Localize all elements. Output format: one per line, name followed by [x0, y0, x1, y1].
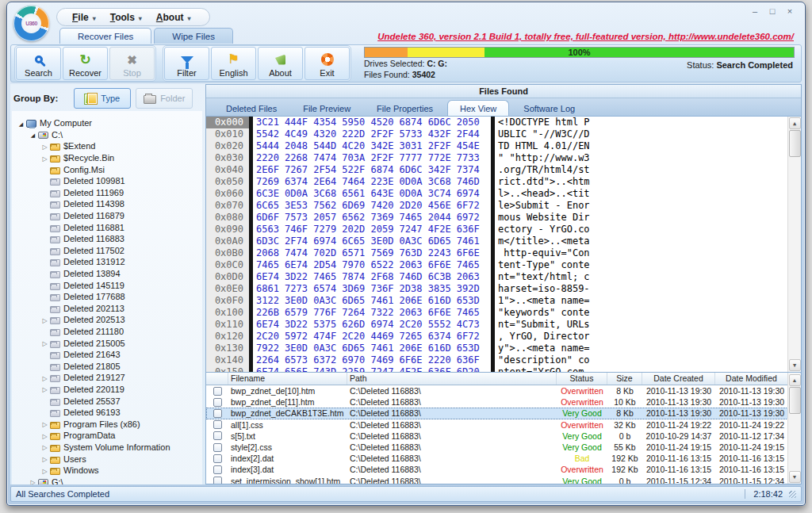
- tree-item-my-computer[interactable]: My Computer: [12, 117, 202, 129]
- tree-item-programdata[interactable]: ProgramData: [12, 430, 202, 442]
- table-row[interactable]: bwp_zdnet_de[10].htmC:\Deleted 116883\Ov…: [206, 385, 788, 396]
- checkbox[interactable]: [213, 420, 222, 429]
- tree-item-config-msi[interactable]: Config.Msi: [12, 163, 202, 175]
- hex-row[interactable]: 0x1106E74 3D22 5375 626D 6974 2C20 5552 …: [206, 319, 801, 331]
- checkbox[interactable]: [213, 443, 222, 452]
- group-by-folder-button[interactable]: Folder: [136, 88, 193, 109]
- minimize-button[interactable]: –: [748, 6, 762, 17]
- tree-item-program-files-x86[interactable]: Program Files (x86): [12, 418, 202, 430]
- hex-row[interactable]: 0x0302220 2268 7474 703A 2F2F 7777 772E …: [206, 152, 801, 164]
- checkbox[interactable]: [213, 398, 222, 407]
- expander-collapsed-icon[interactable]: [40, 385, 49, 393]
- expander-collapsed-icon[interactable]: [40, 419, 49, 428]
- tree-item-deleted-117502[interactable]: Deleted 117502: [12, 245, 202, 257]
- hex-row[interactable]: 0x0906563 746F 7279 202D 2059 7247 4F2E …: [206, 224, 801, 235]
- tree-item-deleted-131912[interactable]: Deleted 131912: [12, 256, 202, 268]
- tab-deleted-files[interactable]: Deleted Files: [214, 101, 289, 116]
- app-tab-wipe-files[interactable]: Wipe Files: [154, 28, 233, 44]
- tree-item-deleted-116883[interactable]: Deleted 116883: [12, 233, 202, 245]
- tab-software-log[interactable]: Software Log: [511, 101, 587, 116]
- tab-file-preview[interactable]: File Preview: [291, 101, 362, 116]
- hex-row[interactable]: 0x0E06861 7273 6574 3D69 736F 2D38 3835 …: [206, 283, 801, 295]
- expander-collapsed-icon[interactable]: [40, 466, 49, 475]
- hex-row[interactable]: 0x0402E6F 7267 2F54 522F 6874 6D6C 342F …: [206, 164, 801, 176]
- scroll-down-icon[interactable]: ▼: [789, 359, 801, 371]
- table-row[interactable]: index[3].datC:\Deleted 116883\Overwritte…: [206, 464, 788, 475]
- tree-item-c[interactable]: C:\: [12, 129, 202, 141]
- expander-collapsed-icon[interactable]: [40, 316, 49, 324]
- column-header-path[interactable]: Path: [347, 373, 557, 385]
- scroll-up-icon[interactable]: ▲: [789, 117, 801, 129]
- hex-row[interactable]: 0x0105542 4C49 4320 222D 2F2F 5733 432F …: [206, 128, 801, 140]
- hex-row[interactable]: 0x100226B 6579 776F 7264 7322 2063 6F6E …: [206, 307, 801, 319]
- tree-item-deleted-202513[interactable]: Deleted 202513: [12, 314, 202, 326]
- exit-button[interactable]: Exit: [304, 47, 350, 80]
- search-button[interactable]: Search: [16, 47, 61, 80]
- hex-row[interactable]: 0x1307922 3E0D 0A3C 6D65 7461 206E 616D …: [206, 343, 801, 354]
- table-row[interactable]: index[2].datC:\Deleted 116883\Bad192 Kb2…: [206, 453, 788, 464]
- table-row[interactable]: bwp_zdnet_de[11].htmC:\Deleted 116883\Ov…: [206, 396, 788, 408]
- hex-row[interactable]: 0x1402264 6573 6372 6970 7469 6F6E 2220 …: [206, 354, 801, 366]
- tree-item-deleted-220119[interactable]: Deleted 220119: [12, 384, 202, 396]
- scrollbar-thumb[interactable]: [789, 387, 801, 414]
- tree-item-deleted-219127[interactable]: Deleted 219127: [12, 372, 202, 384]
- checkbox[interactable]: [213, 387, 222, 396]
- menu-about[interactable]: About: [149, 10, 198, 25]
- expander-collapsed-icon[interactable]: [29, 477, 37, 484]
- table-row[interactable]: style[2].cssC:\Deleted 116883\Very Good5…: [206, 442, 788, 453]
- tree-item-deleted-25537[interactable]: Deleted 25537: [12, 395, 202, 407]
- scroll-up-icon[interactable]: ▲: [789, 374, 801, 386]
- hex-row[interactable]: 0x0706C65 3E53 7562 6D69 7420 2D20 456E …: [206, 200, 801, 212]
- column-header-date-created[interactable]: Date Created: [642, 373, 715, 385]
- scrollbar-thumb[interactable]: [789, 130, 801, 157]
- tree-item-extend[interactable]: $Extend: [12, 140, 202, 152]
- tree-item-deleted-13894[interactable]: Deleted 13894: [12, 268, 202, 280]
- tree-item-users[interactable]: Users: [12, 453, 202, 465]
- expander-expanded-icon[interactable]: [29, 130, 37, 139]
- hex-row[interactable]: 0x0A06D3C 2F74 6974 6C65 3E0D 0A3C 6D65 …: [206, 235, 801, 247]
- column-header-date-modified[interactable]: Date Modified: [715, 373, 788, 385]
- checkbox[interactable]: [213, 477, 222, 484]
- tab-hex-view[interactable]: Hex View: [447, 100, 509, 116]
- tree-item-deleted-215005[interactable]: Deleted 215005: [12, 337, 202, 349]
- promo-link[interactable]: Undelete 360, version 2.1 Build 1, total…: [377, 32, 794, 41]
- maximize-button[interactable]: □: [765, 6, 779, 17]
- tree-item-deleted-116879[interactable]: Deleted 116879: [12, 210, 202, 222]
- table-row[interactable]: bwp_zdnet_deCAKB1T3E.htmC:\Deleted 11688…: [206, 408, 788, 419]
- about-button[interactable]: About: [258, 47, 303, 80]
- group-by-type-button[interactable]: Type: [74, 88, 131, 109]
- column-header-status[interactable]: Status: [557, 373, 607, 385]
- tree-item-deleted-96193[interactable]: Deleted 96193: [12, 407, 202, 419]
- resize-grip-icon[interactable]: [789, 491, 796, 498]
- filter-button[interactable]: Filter: [164, 47, 209, 80]
- hex-row[interactable]: 0x0003C21 444F 4354 5950 4520 6874 6D6C …: [206, 117, 801, 128]
- checkbox[interactable]: [213, 409, 222, 418]
- column-header-filename[interactable]: Filename: [228, 373, 347, 385]
- tree-item-windows[interactable]: Windows: [12, 465, 202, 477]
- tree-item-deleted-21805[interactable]: Deleted 21805: [12, 360, 202, 372]
- table-scrollbar[interactable]: ▲ ▼: [787, 373, 801, 484]
- stop-button[interactable]: ✖ Stop: [109, 47, 155, 80]
- hex-row[interactable]: 0x0507269 6374 2E64 7464 223E 0D0A 3C68 …: [206, 176, 801, 188]
- tree-item-deleted-114398[interactable]: Deleted 114398: [12, 198, 202, 210]
- tree-item-deleted-202113[interactable]: Deleted 202113: [12, 303, 202, 315]
- menu-file[interactable]: File: [65, 10, 103, 25]
- close-button[interactable]: ×: [783, 6, 797, 17]
- language-button[interactable]: ⚑ English: [211, 47, 256, 80]
- hex-row[interactable]: 0x0B02068 7474 702D 6571 7569 763D 2243 …: [206, 247, 801, 259]
- hex-row[interactable]: 0x0F03122 3E0D 0A3C 6D65 7461 206E 616D …: [206, 295, 801, 307]
- hex-row[interactable]: 0x1202C20 5972 474F 2C20 4469 7265 6374 …: [206, 331, 801, 343]
- expander-collapsed-icon[interactable]: [40, 442, 49, 451]
- tab-file-properties[interactable]: File Properties: [365, 101, 445, 116]
- table-row[interactable]: s[5].txtC:\Deleted 116883\Very Good0 b20…: [206, 431, 788, 442]
- tree-item-recycle-bin[interactable]: $Recycle.Bin: [12, 152, 202, 164]
- tree-item-deleted-211180[interactable]: Deleted 211180: [12, 326, 202, 338]
- tree-item-system-volume-information[interactable]: System Volume Information: [12, 442, 202, 454]
- hex-row[interactable]: 0x0C07465 6E74 2D54 7970 6522 2063 6F6E …: [206, 259, 801, 271]
- expander-collapsed-icon[interactable]: [40, 454, 49, 463]
- checkbox[interactable]: [213, 465, 222, 474]
- hex-row[interactable]: 0x0D06E74 3D22 7465 7874 2F68 746D 6C3B …: [206, 271, 801, 283]
- expander-collapsed-icon[interactable]: [40, 154, 49, 163]
- tree-item-deleted-177688[interactable]: Deleted 177688: [12, 291, 202, 303]
- expander-collapsed-icon[interactable]: [40, 431, 49, 440]
